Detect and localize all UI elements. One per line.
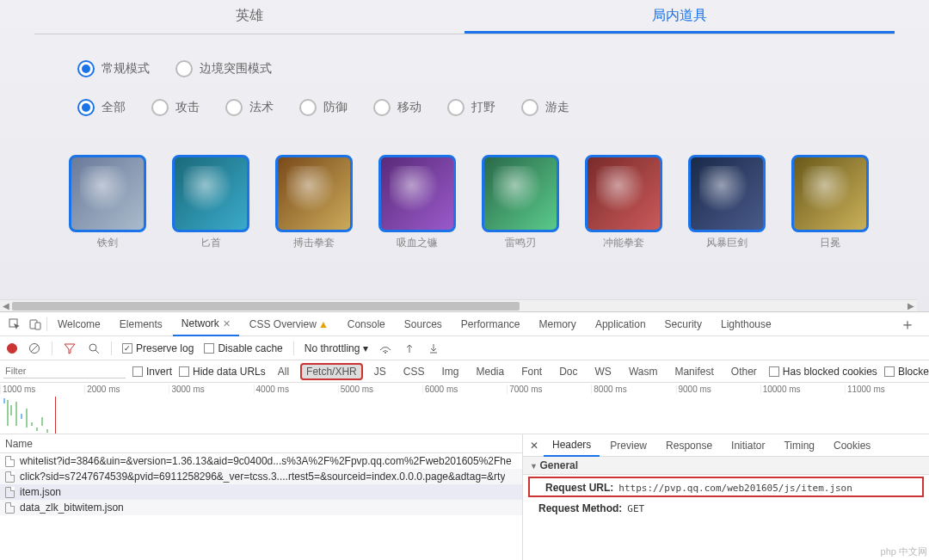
filter-type-ws[interactable]: WS [590, 364, 617, 379]
checkbox-label: Invert [146, 366, 172, 378]
detail-tab-headers[interactable]: Headers [544, 434, 600, 457]
filter-type-fetch-xhr[interactable]: Fetch/XHR [301, 364, 362, 379]
value-request-url[interactable]: https://pvp.qq.com/web201605/js/item.jso… [618, 483, 852, 494]
request-row[interactable]: whitelist?id=3846&uin=&version=1.36.13&a… [0, 453, 522, 469]
radio-normal-mode[interactable]: 常规模式 [77, 60, 150, 77]
scroll-left-arrow-icon[interactable]: ◀ [0, 301, 12, 311]
horizontal-scrollbar[interactable]: ◀ ▶ [0, 299, 917, 311]
tab-label: CSS Overview [249, 318, 317, 330]
item-card[interactable]: 日冕 [791, 155, 869, 250]
filter-type-other[interactable]: Other [726, 364, 762, 379]
tab-items[interactable]: 局内道具 [464, 0, 895, 34]
scrollbar-thumb[interactable] [12, 302, 520, 311]
tab-network[interactable]: Network✕ [173, 312, 239, 336]
timeline-tick: 11000 ms [845, 385, 929, 394]
radio-icon [447, 99, 464, 116]
scroll-right-arrow-icon[interactable]: ▶ [905, 301, 917, 311]
preserve-log-checkbox[interactable]: Preserve log [122, 342, 194, 354]
item-card[interactable]: 吸血之镰 [378, 155, 456, 250]
filter-type-media[interactable]: Media [471, 364, 509, 379]
import-har-icon[interactable] [403, 342, 416, 355]
tab-console[interactable]: Console [339, 313, 394, 335]
network-body: Name whitelist?id=3846&uin=&version=1.36… [0, 434, 929, 560]
request-row[interactable]: item.json [0, 484, 522, 500]
filter-input[interactable] [3, 364, 126, 378]
watermark: php 中文网 [881, 545, 927, 558]
timeline-tick: 4000 ms [254, 385, 338, 394]
detail-tab-timing[interactable]: Timing [775, 435, 823, 456]
filter-type-img[interactable]: Img [436, 364, 464, 379]
radio-border-mode[interactable]: 边境突围模式 [175, 60, 272, 77]
tab-lighthouse[interactable]: Lighthouse [712, 313, 780, 335]
radio-filter-attack[interactable]: 攻击 [151, 99, 200, 116]
has-blocked-cookies-checkbox[interactable]: Has blocked cookies [769, 366, 877, 378]
close-detail-icon[interactable]: ✕ [526, 440, 542, 452]
detail-tab-cookies[interactable]: Cookies [825, 435, 879, 456]
device-toggle-icon[interactable] [26, 315, 45, 334]
radio-icon [77, 60, 95, 77]
item-card[interactable]: 搏击拳套 [275, 155, 353, 250]
clear-icon[interactable] [28, 342, 41, 355]
tab-css-overview[interactable]: CSS Overview▲ [241, 313, 337, 335]
radio-filter-defense[interactable]: 防御 [299, 99, 348, 116]
radio-label: 防御 [323, 100, 348, 115]
item-card[interactable]: 冲能拳套 [585, 155, 662, 250]
record-icon[interactable] [7, 343, 17, 354]
item-thumbnail [69, 155, 146, 232]
invert-checkbox[interactable]: Invert [132, 366, 172, 378]
filter-type-font[interactable]: Font [516, 364, 547, 379]
request-row[interactable]: click?sid=s7247674539&pvid=6911258296&_v… [0, 469, 522, 484]
radio-filter-move[interactable]: 移动 [373, 99, 421, 116]
search-icon[interactable] [87, 342, 101, 355]
tab-elements[interactable]: Elements [111, 313, 171, 335]
detail-tabs: ✕ Headers Preview Response Initiator Tim… [523, 434, 929, 457]
radio-filter-all[interactable]: 全部 [77, 99, 126, 116]
hide-data-urls-checkbox[interactable]: Hide data URLs [179, 366, 266, 378]
filter-icon[interactable] [63, 342, 77, 355]
disable-cache-checkbox[interactable]: Disable cache [204, 342, 282, 354]
file-icon [5, 487, 15, 498]
timeline-tick: 1000 ms [0, 385, 84, 394]
blocked-requests-checkbox[interactable]: Blocked Requests [884, 366, 929, 378]
item-card[interactable]: 雷鸣刃 [482, 155, 559, 250]
item-card[interactable]: 铁剑 [69, 155, 146, 250]
detail-tab-preview[interactable]: Preview [601, 435, 655, 456]
filter-type-css[interactable]: CSS [398, 364, 430, 379]
network-timeline[interactable]: 1000 ms 2000 ms 3000 ms 4000 ms 5000 ms … [0, 383, 929, 434]
detail-tab-response[interactable]: Response [657, 435, 721, 456]
filter-type-wasm[interactable]: Wasm [624, 364, 663, 379]
item-card[interactable]: 匕首 [172, 155, 249, 250]
tab-heroes[interactable]: 英雄 [34, 0, 464, 34]
filter-type-all[interactable]: All [273, 364, 294, 379]
radio-filter-roam[interactable]: 游走 [521, 99, 569, 116]
request-row[interactable]: data_zlk_bitwitem.json [0, 500, 522, 515]
tab-memory[interactable]: Memory [531, 313, 585, 335]
tab-sources[interactable]: Sources [396, 313, 451, 335]
network-conditions-icon[interactable] [378, 342, 392, 355]
filter-type-js[interactable]: JS [369, 364, 391, 379]
detail-tab-initiator[interactable]: Initiator [723, 435, 773, 456]
radio-filter-jungle[interactable]: 打野 [447, 99, 495, 116]
column-header-name[interactable]: Name [0, 434, 522, 453]
add-tab-icon[interactable]: ＋ [891, 314, 924, 335]
throttling-select[interactable]: No throttling ▾ [305, 342, 368, 354]
checkbox-label: Disable cache [218, 342, 282, 354]
request-name: data_zlk_bitwitem.json [20, 502, 124, 514]
file-icon [5, 502, 15, 514]
section-general[interactable]: General [523, 457, 929, 475]
tab-application[interactable]: Application [587, 313, 655, 335]
tab-performance[interactable]: Performance [452, 313, 529, 335]
radio-icon [175, 60, 193, 77]
filter-type-manifest[interactable]: Manifest [669, 364, 718, 379]
export-har-icon[interactable] [427, 342, 440, 355]
item-thumbnail [172, 155, 249, 232]
radio-filter-magic[interactable]: 法术 [225, 99, 274, 116]
item-card[interactable]: 风暴巨剑 [688, 155, 766, 250]
timeline-cursor[interactable] [55, 397, 56, 434]
inspect-icon[interactable] [5, 315, 24, 334]
close-icon[interactable]: ✕ [223, 318, 231, 329]
tab-security[interactable]: Security [656, 313, 711, 335]
label: Request Method: [538, 502, 622, 514]
tab-welcome[interactable]: Welcome [49, 313, 109, 335]
filter-type-doc[interactable]: Doc [554, 364, 582, 379]
